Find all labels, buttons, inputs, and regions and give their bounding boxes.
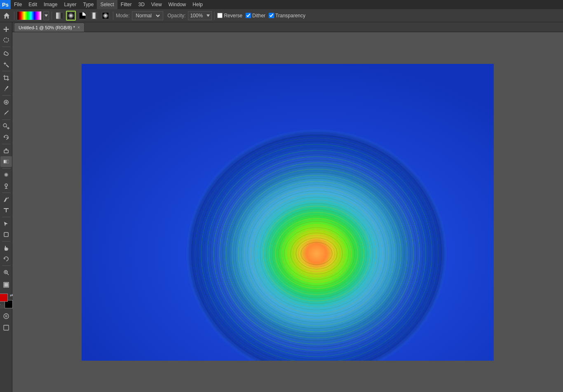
gradient-angle-btn[interactable] [77,11,87,21]
canvas-container[interactable] [12,32,563,392]
tool-sep1 [2,47,10,47]
home-button[interactable] [2,11,12,21]
blur-tool-btn[interactable] [0,170,12,181]
svg-rect-3 [91,12,97,19]
healing-brush-btn[interactable] [0,97,12,108]
gradient-preset-strip[interactable] [17,11,42,20]
rectangular-marquee-btn[interactable] [0,35,12,45]
dodge-tool-btn[interactable] [0,181,12,191]
menu-image[interactable]: Image [40,0,61,9]
lasso-tool-btn[interactable] [0,48,12,59]
opacity-label: Opacity: [167,13,185,19]
opacity-input[interactable]: 100% [190,13,206,19]
zoom-tool-btn[interactable] [0,267,12,278]
brush-tool-btn[interactable] [0,108,12,118]
gradient-diamond-btn[interactable] [101,11,110,21]
transparency-checkbox[interactable] [269,13,274,18]
menu-3d[interactable]: 3D [135,0,148,9]
svg-point-16 [5,184,7,186]
menu-window[interactable]: Window [165,0,190,9]
tool-sep8 [2,217,10,217]
move-tool-btn[interactable] [0,24,12,35]
mode-dropdown[interactable]: Normal Dissolve Multiply Screen [132,11,163,20]
tab-title: Untitled-1 @ 50% (RGB/8) * [19,25,75,30]
dither-checkbox[interactable] [246,13,251,18]
eraser-btn[interactable] [0,146,12,156]
tool-sep3 [2,95,10,96]
top-toolbar: Mode: Normal Dissolve Multiply Screen Op… [0,9,563,22]
color-swatches: ⇄ ⬛ [0,293,14,308]
rotate-view-btn[interactable] [0,254,12,264]
reverse-checkbox[interactable] [217,13,223,18]
tab-bar: Untitled-1 @ 50% (RGB/8) * × [12,22,563,32]
screen-mode-btn[interactable] [0,279,12,290]
sep2 [52,12,52,20]
svg-rect-25 [5,283,8,286]
quick-mask-btn[interactable] [0,311,12,322]
menu-filter[interactable]: Filter [117,0,135,9]
screen-mode-toggle-btn[interactable] [0,322,12,333]
ps-logo: Ps [0,0,11,9]
gradient-tool-btn[interactable] [0,156,12,167]
clone-stamp-btn[interactable] [0,121,12,132]
svg-rect-12 [4,150,8,153]
mode-select[interactable]: Normal Dissolve Multiply Screen [134,12,161,19]
svg-rect-1 [68,12,74,19]
canvas-artwork-svg [82,64,494,361]
tool-sep6 [2,168,10,169]
path-selection-btn[interactable] [0,218,12,229]
gradient-linear-btn[interactable] [54,11,64,21]
opacity-input-wrap: 100% [188,11,212,20]
foreground-color-swatch[interactable] [0,293,8,302]
canvas-area: Untitled-1 @ 50% (RGB/8) * × [12,22,563,392]
menu-bar: Ps File Edit Image Layer Type Select Fil… [0,0,563,9]
pen-tool-btn[interactable] [0,194,12,205]
menu-layer[interactable]: Layer [61,0,80,9]
reverse-label: Reverse [224,13,242,19]
menu-help[interactable]: Help [189,0,206,9]
hand-tool-btn[interactable] [0,243,12,254]
left-toolbar: ⇄ ⬛ [0,22,12,392]
text-tool-btn[interactable] [0,205,12,216]
svg-line-21 [7,273,9,275]
transparency-checkbox-wrap[interactable]: Transparency [269,13,305,19]
mode-label: Mode: [116,13,129,19]
svg-rect-6 [4,38,9,42]
history-brush-btn[interactable] [0,132,12,143]
tool-sep9 [2,241,10,242]
menu-select[interactable]: Select [97,0,117,9]
svg-rect-19 [4,232,8,237]
tool-sep4 [2,120,10,120]
canvas[interactable] [82,64,494,361]
shape-tool-btn[interactable] [0,229,12,240]
eyedropper-btn[interactable] [0,83,12,94]
crop-tool-btn[interactable] [0,73,12,83]
reverse-checkbox-wrap[interactable]: Reverse [217,13,242,19]
document-tab[interactable]: Untitled-1 @ 50% (RGB/8) * × [14,23,84,32]
sep4 [214,12,215,20]
dither-checkbox-wrap[interactable]: Dither [246,13,265,19]
svg-rect-0 [56,12,63,19]
sep3 [113,12,113,20]
gradient-radial-btn[interactable] [66,11,76,21]
menu-items: File Edit Image Layer Type Select Filter… [11,0,206,9]
tool-sep10 [2,265,10,266]
menu-type[interactable]: Type [80,0,97,9]
canvas-image[interactable] [82,64,494,361]
menu-view[interactable]: View [148,0,165,9]
swap-colors-btn[interactable]: ⇄ [10,293,13,297]
gradient-reflected-btn[interactable] [89,11,99,21]
opacity-dropdown-icon[interactable] [206,14,210,17]
dither-label: Dither [252,13,265,19]
svg-point-27 [5,315,7,317]
magic-wand-btn[interactable] [0,59,12,70]
svg-line-7 [6,65,9,67]
svg-rect-13 [4,160,9,163]
gradient-strip-dropdown[interactable] [43,11,49,20]
transparency-label: Transparency [275,13,305,19]
menu-file[interactable]: File [11,0,25,9]
reset-colors-btn[interactable]: ⬛ [0,305,4,308]
menu-edit[interactable]: Edit [25,0,40,9]
tab-close-btn[interactable]: × [77,25,80,30]
svg-point-11 [3,124,7,127]
